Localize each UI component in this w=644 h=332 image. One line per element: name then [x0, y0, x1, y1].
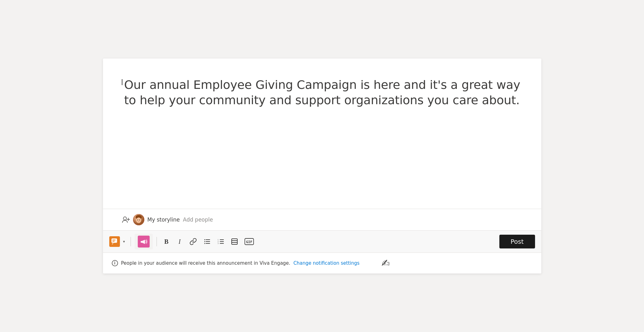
gif-icon: GIF — [245, 238, 254, 245]
editor-text[interactable]: Our annual Employee Giving Campaign is h… — [124, 77, 523, 108]
italic-icon: I — [178, 238, 181, 245]
svg-rect-10 — [112, 240, 116, 240]
cursor-hand-icon: ✍ — [381, 257, 390, 269]
notification-bar: i People in your audience will receive t… — [103, 253, 541, 273]
svg-text:3: 3 — [218, 243, 219, 244]
gif-button[interactable]: GIF — [242, 236, 256, 248]
megaphone-icon — [140, 238, 148, 246]
editor-area[interactable]: Our annual Employee Giving Campaign is h… — [103, 59, 541, 209]
svg-point-17 — [204, 241, 205, 242]
editor-container: collapse Our annual Employee Giving Camp… — [103, 59, 541, 273]
svg-rect-9 — [111, 238, 117, 243]
audience-label: My storyline — [147, 217, 180, 223]
svg-rect-25 — [232, 239, 237, 244]
svg-rect-12 — [141, 241, 142, 243]
post-button[interactable]: Post — [499, 235, 535, 248]
chat-icon — [111, 238, 118, 245]
svg-point-18 — [204, 243, 205, 244]
text-cursor — [122, 79, 122, 85]
add-people-icon[interactable] — [122, 216, 130, 224]
link-button[interactable] — [187, 236, 199, 248]
svg-point-16 — [204, 239, 205, 240]
post-type-group: ▾ — [109, 236, 127, 248]
megaphone-icon-wrap — [138, 236, 150, 248]
svg-point-6 — [136, 217, 141, 223]
bold-button[interactable]: B — [161, 236, 173, 248]
ordered-list-button[interactable]: 1 2 3 — [214, 236, 227, 248]
change-notification-settings-link[interactable]: Change notification settings — [293, 260, 359, 266]
ordered-list-icon: 1 2 3 — [217, 238, 224, 245]
avatar — [133, 214, 144, 225]
toolbar: ▾ B I — [103, 230, 541, 253]
svg-text:GIF: GIF — [246, 240, 252, 244]
layout-button[interactable] — [228, 236, 241, 248]
list-icon — [203, 238, 211, 245]
svg-rect-11 — [112, 241, 115, 242]
post-type-dropdown-button[interactable]: ▾ — [121, 236, 127, 248]
bold-icon: B — [164, 238, 168, 245]
layout-icon — [231, 238, 238, 245]
chevron-down-icon: ▾ — [123, 239, 125, 244]
svg-point-8 — [139, 220, 140, 220]
audience-row: My storyline Add people — [103, 209, 541, 230]
add-people-text[interactable]: Add people — [183, 217, 213, 223]
chat-icon-wrap — [109, 236, 120, 247]
svg-point-0 — [123, 217, 126, 220]
text-cursor-line: Our annual Employee Giving Campaign is h… — [122, 77, 523, 108]
unordered-list-button[interactable] — [201, 236, 213, 248]
svg-point-7 — [137, 220, 138, 220]
notification-text: People in your audience will receive thi… — [121, 260, 291, 266]
toolbar-divider-1 — [131, 237, 131, 246]
italic-button[interactable]: I — [174, 236, 186, 248]
info-icon: i — [112, 260, 118, 266]
toolbar-divider-2 — [157, 237, 157, 246]
link-icon — [189, 238, 197, 245]
announce-button[interactable] — [135, 234, 153, 249]
